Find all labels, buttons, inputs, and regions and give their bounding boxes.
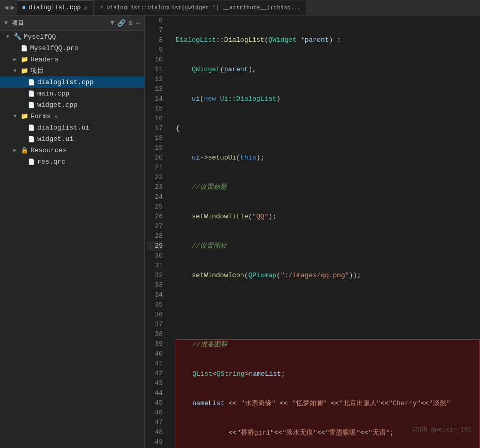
- cpp-file-icon-3: 📄: [28, 102, 35, 108]
- code-line-13: //设置图标: [176, 241, 480, 251]
- tab-dialoglist-cpp[interactable]: ■ dialoglist.cpp ✕: [17, 1, 92, 15]
- tree-item-resources[interactable]: ▶ 🔒 Resources: [0, 145, 144, 156]
- sidebar-header: ▼ 项目 ▼ 🔗 ⊞ ⋯: [0, 15, 144, 31]
- split-icon[interactable]: ⊞: [129, 19, 133, 27]
- tree-label-widget-ui: widget.ui: [37, 135, 73, 143]
- tree-item-sources[interactable]: ▼ 📁 项目: [0, 65, 144, 76]
- ln-24: 24: [147, 192, 163, 202]
- tab-bar: ◀ ▶ ■ dialoglist.cpp ✕ ⚡ DialogList::Dia…: [0, 0, 480, 15]
- sidebar: ▼ 项目 ▼ 🔗 ⊞ ⋯ ▼ 🔧 MyselfQQ 📄 MyselfQQ.pro: [0, 15, 145, 448]
- code-line-14: setWindowIcon(QPixmap(":/images/qq.png")…: [176, 270, 480, 280]
- link-icon[interactable]: 🔗: [117, 19, 126, 27]
- code-line-15: [176, 300, 480, 310]
- ln-34: 34: [147, 290, 163, 300]
- code-line-10: ui->setupUi(this);: [176, 153, 480, 163]
- ln-25: 25: [147, 202, 163, 212]
- code-area: 6 7 8 9 10 11 12 13 14 15 16 17 18 19 20…: [145, 15, 480, 448]
- qrc-file-icon: 📄: [28, 158, 35, 165]
- code-line-8: ui(new Ui::DialogList): [176, 94, 480, 104]
- ln-32: 32: [147, 270, 163, 280]
- chevron-down-icon-forms: ▼: [11, 114, 19, 119]
- ln-45: 45: [147, 398, 163, 408]
- tree-label-res-qrc: res.qrc: [37, 158, 66, 166]
- tree-item-dialoglist-ui[interactable]: 📄 dialoglist.ui: [0, 122, 144, 133]
- ln-9: 9: [147, 45, 163, 55]
- tab-breadcrumb[interactable]: ⚡ DialogList::DialogList(QWidget *) __at…: [95, 1, 306, 15]
- tree-item-widget-cpp[interactable]: 📄 widget.cpp: [0, 99, 144, 110]
- code-line-16: //准备图标: [176, 340, 479, 349]
- ln-11: 11: [147, 65, 163, 74]
- tree-label-myselfqq: MyselfQQ: [24, 33, 56, 41]
- ln-8: 8: [147, 35, 163, 45]
- ln-48: 48: [147, 427, 163, 437]
- nav-back-icon[interactable]: ◀: [4, 3, 8, 12]
- sidebar-title: 项目: [12, 19, 106, 27]
- chevron-down-icon-sources: ▼: [11, 68, 19, 74]
- tree-label-main-cpp: main.cpp: [37, 90, 69, 98]
- ln-23: 23: [147, 182, 163, 192]
- ln-15: 15: [147, 104, 163, 114]
- tree-label-dialoglist-cpp: dialoglist.cpp: [37, 78, 94, 86]
- tree-item-myselfqq[interactable]: ▼ 🔧 MyselfQQ: [0, 31, 144, 42]
- ui-file-icon-2: 📄: [28, 136, 35, 142]
- tree-label-sources: 项目: [30, 66, 44, 75]
- ui-file-icon-1: 📄: [28, 124, 35, 131]
- ln-17: 17: [147, 123, 163, 133]
- tree-item-myselfqq-pro[interactable]: 📄 MyselfQQ.pro: [0, 42, 144, 54]
- ln-38: 38: [147, 329, 163, 339]
- chevron-right-icon: ▶: [11, 56, 19, 62]
- ln-22: 22: [147, 172, 163, 182]
- forms-folder-icon: 📁: [21, 113, 28, 120]
- main-layout: ▼ 项目 ▼ 🔗 ⊞ ⋯ ▼ 🔧 MyselfQQ 📄 MyselfQQ.pro: [0, 15, 480, 448]
- resources-folder-icon: 🔒: [21, 147, 28, 154]
- code-line-17: QList<QString>nameList;: [176, 369, 479, 379]
- code-content[interactable]: DialogList::DialogList(QWidget *parent) …: [167, 15, 480, 448]
- nav-forward-icon[interactable]: ▶: [10, 3, 14, 12]
- tree-label-myselfqq-pro: MyselfQQ.pro: [30, 44, 79, 52]
- tree-item-main-cpp[interactable]: 📄 main.cpp: [0, 88, 144, 99]
- ln-18: 18: [147, 133, 163, 143]
- ln-33: 33: [147, 280, 163, 290]
- cpp-file-icon-2: 📄: [28, 90, 35, 97]
- tree-item-widget-ui[interactable]: 📄 widget.ui: [0, 133, 144, 145]
- tree-item-forms[interactable]: ▼ 📁 Forms ↖: [0, 110, 144, 122]
- pro-file-icon: 📄: [21, 45, 28, 52]
- ln-30: 30: [147, 251, 163, 261]
- filter-icon[interactable]: ▼: [111, 19, 115, 27]
- more-icon[interactable]: ⋯: [136, 19, 140, 27]
- chevron-down-icon: ▼: [4, 34, 11, 40]
- code-line-12: setWindowTitle("QQ");: [176, 212, 480, 221]
- tree-item-headers[interactable]: ▶ 📁 Headers: [0, 54, 144, 65]
- ln-20: 20: [147, 153, 163, 163]
- tree-label-widget-cpp: widget.cpp: [37, 101, 78, 109]
- chevron-right-icon-res: ▶: [11, 147, 19, 153]
- tree-item-res-qrc[interactable]: 📄 res.qrc: [0, 156, 144, 167]
- ln-29: 29: [147, 241, 163, 251]
- ln-49: 49: [147, 437, 163, 447]
- code-line-18: nameList << "水票奇缘" << "忆梦如澜" <<"北京出版人"<<…: [176, 398, 479, 408]
- ln-47: 47: [147, 418, 163, 427]
- code-line-7: QWidget(parent),: [176, 65, 480, 74]
- tree-label-resources: Resources: [30, 147, 67, 154]
- sources-folder-icon: 📁: [21, 67, 28, 75]
- code-editor[interactable]: 6 7 8 9 10 11 12 13 14 15 16 17 18 19 20…: [145, 15, 480, 448]
- cursor-indicator: ↖: [55, 113, 58, 120]
- tree-label-headers: Headers: [30, 56, 59, 63]
- ln-16: 16: [147, 114, 163, 123]
- ln-43: 43: [147, 378, 163, 388]
- ln-10: 10: [147, 55, 163, 65]
- project-folder-icon: 🔧: [13, 33, 22, 41]
- code-line-9: {: [176, 123, 480, 133]
- code-line-6: DialogList::DialogList(QWidget *parent) …: [176, 35, 480, 45]
- tab-breadcrumb-label: DialogList::DialogList(QWidget *) __attr…: [106, 5, 301, 11]
- ln-6: 6: [147, 15, 163, 25]
- ln-19: 19: [147, 143, 163, 153]
- ln-28: 28: [147, 231, 163, 241]
- ln-35: 35: [147, 300, 163, 310]
- sidebar-actions: ▼ 🔗 ⊞ ⋯: [111, 19, 140, 27]
- tree-item-dialoglist-cpp[interactable]: 📄 dialoglist.cpp: [0, 76, 144, 88]
- tree-label-forms: Forms: [30, 113, 51, 120]
- project-icon: ▼: [4, 20, 8, 27]
- close-icon[interactable]: ✕: [84, 5, 87, 11]
- headers-folder-icon: 📁: [21, 56, 28, 63]
